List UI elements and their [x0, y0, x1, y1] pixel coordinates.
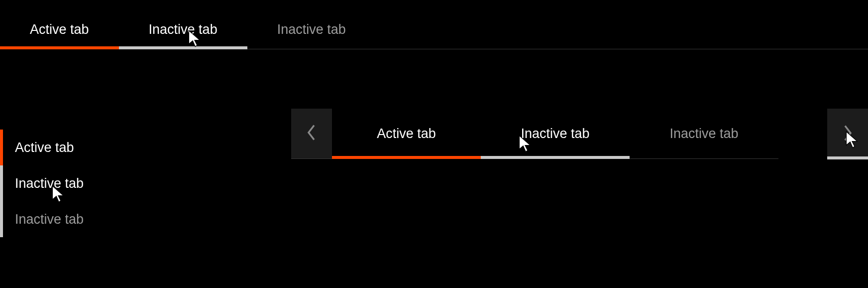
vtab-indicator — [0, 201, 3, 237]
scrollable-tab-track: Active tab Inactive tab Inactive tab — [332, 109, 778, 158]
stab-hover[interactable]: Inactive tab — [481, 109, 630, 158]
vtab-hover[interactable]: Inactive tab — [0, 165, 149, 201]
tab-label: Inactive tab — [277, 22, 346, 37]
stab-underline — [481, 156, 630, 159]
tab-label: Inactive tab — [149, 22, 217, 37]
vtab-label: Inactive tab — [15, 176, 84, 191]
horizontal-tabbar: Active tab Inactive tab Inactive tab — [0, 10, 868, 49]
scroll-right-button[interactable] — [827, 109, 868, 159]
vtab-active[interactable]: Active tab — [0, 130, 149, 165]
tab-hover[interactable]: Inactive tab — [119, 10, 247, 49]
tab-inactive[interactable]: Inactive tab — [247, 10, 376, 49]
scrollable-tabbar: Active tab Inactive tab Inactive tab — [291, 109, 778, 159]
vtab-label: Inactive tab — [15, 212, 84, 227]
vertical-tabbar: Active tab Inactive tab Inactive tab — [0, 130, 149, 237]
stab-label: Inactive tab — [521, 126, 589, 142]
tab-active[interactable]: Active tab — [0, 10, 119, 49]
vtab-indicator — [0, 165, 3, 201]
tab-underline — [119, 46, 247, 49]
vtab-indicator — [0, 130, 3, 165]
stab-label: Active tab — [377, 126, 436, 142]
tab-label: Active tab — [30, 22, 89, 37]
chevron-right-icon — [843, 125, 853, 144]
stab-underline — [827, 156, 868, 159]
scroll-left-button[interactable] — [291, 109, 332, 158]
stab-label: Inactive tab — [669, 126, 738, 142]
vtab-inactive[interactable]: Inactive tab — [0, 201, 149, 237]
stab-active[interactable]: Active tab — [332, 109, 481, 158]
vtab-label: Active tab — [15, 140, 74, 155]
stab-inactive[interactable]: Inactive tab — [630, 109, 778, 158]
chevron-left-icon — [307, 124, 317, 143]
stab-underline — [332, 156, 481, 159]
tab-underline — [0, 46, 119, 49]
